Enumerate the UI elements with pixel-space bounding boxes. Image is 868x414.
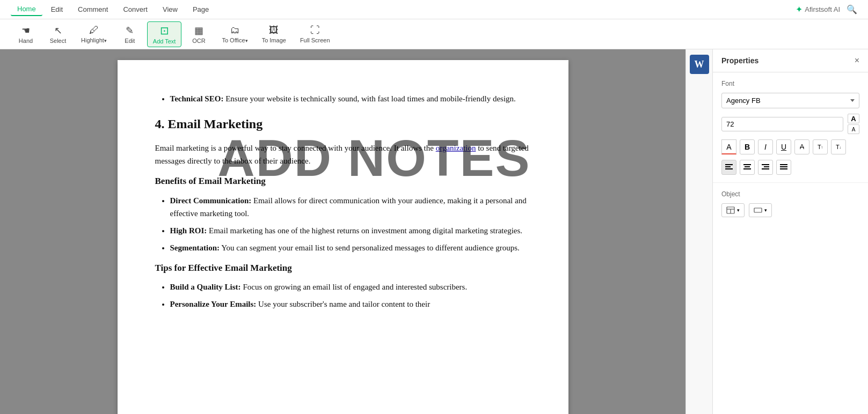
svg-rect-5 [743, 168, 751, 169]
menu-item-edit[interactable]: Edit [45, 3, 69, 16]
tool-ocr[interactable]: ▦ OCR [184, 22, 214, 47]
to-image-icon: 🖼 [269, 25, 279, 36]
highlight-icon: 🖊 [89, 25, 99, 36]
font-color-button[interactable]: A [721, 139, 736, 154]
list-item: Segmentation: You can segment your email… [170, 241, 531, 254]
properties-close-button[interactable]: × [855, 56, 859, 65]
tip-2-text: Use your subscriber's name and tailor co… [258, 300, 430, 308]
to-image-label: To Image [262, 37, 286, 43]
ai-badge: ✦ Afirstsoft AI [796, 4, 840, 14]
benefits-heading: Benefits of Email Marketing [155, 174, 531, 188]
search-icon[interactable]: 🔍 [847, 4, 857, 14]
font-size-row: A A [721, 114, 859, 134]
select-label: Select [50, 38, 67, 44]
object-controls: ▾ ▾ [721, 203, 859, 217]
object-btn-2[interactable]: ▾ [749, 203, 772, 217]
technical-seo-text: Ensure your website is technically sound… [225, 94, 516, 103]
tool-select[interactable]: ↖ Select [43, 22, 73, 47]
tool-edit[interactable]: ✎ Edit [115, 22, 145, 47]
word-icon[interactable]: W [690, 55, 709, 74]
benefit-3-text: You can segment your email list to send … [221, 243, 520, 252]
tool-to-office[interactable]: 🗂 To Office▾ [216, 22, 253, 46]
ai-star-icon: ✦ [796, 4, 803, 14]
hand-icon: ☚ [21, 25, 30, 36]
font-size-increase-btn[interactable]: A [848, 114, 859, 123]
full-screen-label: Full Screen [300, 37, 330, 43]
tool-highlight[interactable]: 🖊 Highlight▾ [75, 22, 113, 46]
benefit-1-title: Direct Communication: [170, 196, 252, 205]
tool-hand[interactable]: ☚ Hand [11, 22, 41, 47]
tip-1-text: Focus on growing an email list of engage… [243, 283, 467, 291]
bold-button[interactable]: B [740, 139, 755, 154]
underline-button[interactable]: U [776, 139, 791, 154]
svg-rect-1 [725, 166, 731, 167]
object-section: Object ▾ ▾ [713, 183, 868, 225]
object-section-label: Object [721, 190, 859, 198]
font-size-input[interactable] [721, 117, 843, 131]
properties-panel: Properties × Font Agency FB Arial Times … [712, 49, 868, 414]
list-item: High ROI: Email marketing has one of the… [170, 224, 531, 237]
tips-list: Build a Quality List: Focus on growing a… [155, 280, 531, 310]
align-right-button[interactable] [758, 160, 773, 175]
tip-2-title: Personalize Your Emails: [170, 300, 257, 308]
menu-item-page[interactable]: Page [186, 3, 215, 16]
tool-to-image[interactable]: 🖼 To Image [256, 22, 292, 46]
align-row [721, 160, 859, 175]
to-office-icon: 🗂 [230, 25, 240, 36]
main-area: ADD NOTES Technical SEO: Ensure your web… [0, 49, 868, 414]
ocr-label: OCR [192, 38, 205, 44]
ai-label: Afirstsoft AI [805, 5, 840, 13]
object-btn-1[interactable]: ▾ [721, 203, 745, 217]
select-icon: ↖ [54, 25, 62, 36]
svg-rect-8 [762, 168, 769, 169]
menu-bar: Home Edit Comment Convert View Page ✦ Af… [0, 0, 868, 19]
pdf-viewer[interactable]: ADD NOTES Technical SEO: Ensure your web… [0, 49, 685, 414]
align-justify-button[interactable] [776, 160, 791, 175]
svg-rect-6 [762, 164, 769, 165]
menu-item-comment[interactable]: Comment [71, 3, 114, 16]
add-text-icon: ⊡ [160, 24, 169, 37]
list-item: Direct Communication: Email allows for d… [170, 194, 531, 220]
tool-add-text[interactable]: ⊡ Add Text [147, 21, 182, 47]
email-marketing-heading: 4. Email Marketing [155, 114, 531, 134]
menu-item-convert[interactable]: Convert [116, 3, 154, 16]
to-office-label: To Office▾ [222, 37, 247, 43]
properties-header: Properties × [713, 49, 868, 72]
tool-full-screen[interactable]: ⛶ Full Screen [294, 22, 336, 46]
edit-icon: ✎ [126, 25, 134, 36]
font-family-select[interactable]: Agency FB Arial Times New Roman Helvetic… [721, 93, 859, 108]
align-left-button[interactable] [721, 160, 736, 175]
toolbar: ☚ Hand ↖ Select 🖊 Highlight▾ ✎ Edit ⊡ Ad… [0, 19, 868, 49]
superscript-button[interactable]: T↑ [813, 139, 828, 154]
font-style-row: A B I U A T↑ T↓ [721, 139, 859, 154]
italic-button[interactable]: I [758, 139, 773, 154]
tip-1-title: Build a Quality List: [170, 283, 241, 291]
intro-paragraph: Email marketing is a powerful way to sta… [155, 142, 531, 167]
font-size-arrows: A A [848, 114, 859, 134]
svg-rect-15 [754, 208, 762, 212]
menu-item-view[interactable]: View [156, 3, 184, 16]
menu-item-home[interactable]: Home [11, 3, 42, 16]
edit-label: Edit [125, 38, 135, 44]
benefit-2-title: High ROI: [170, 226, 207, 235]
list-item: Personalize Your Emails: Use your subscr… [170, 298, 531, 310]
subscript-button[interactable]: T↓ [831, 139, 846, 154]
tips-heading: Tips for Effective Email Marketing [155, 261, 531, 275]
list-item: Build a Quality List: Focus on growing a… [170, 280, 531, 293]
word-panel: W [685, 49, 712, 414]
full-screen-icon: ⛶ [310, 25, 320, 36]
svg-rect-3 [743, 164, 751, 165]
organization-link[interactable]: organization [436, 144, 476, 152]
align-center-button[interactable] [740, 160, 755, 175]
benefit-3-title: Segmentation: [170, 243, 220, 252]
obj-dropdown-arrow-1: ▾ [737, 208, 740, 213]
benefits-list: Direct Communication: Email allows for d… [155, 194, 531, 254]
strikethrough-button[interactable]: A [794, 139, 809, 154]
menu-right: ✦ Afirstsoft AI 🔍 [796, 4, 857, 14]
svg-rect-4 [745, 166, 750, 167]
font-size-decrease-btn[interactable]: A [848, 124, 859, 134]
properties-title: Properties [721, 56, 758, 65]
technical-seo-bold: Technical SEO: [170, 94, 224, 103]
svg-rect-7 [764, 166, 769, 167]
svg-rect-0 [725, 164, 733, 165]
